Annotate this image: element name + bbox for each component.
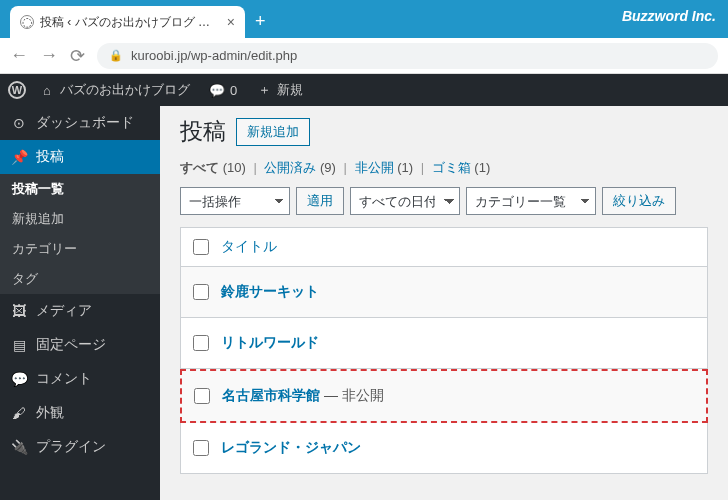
add-new-button[interactable]: 新規追加 <box>236 118 310 146</box>
sidebar-item-pages[interactable]: ▤固定ページ <box>0 328 160 362</box>
sidebar-item-media[interactable]: 🖾メディア <box>0 294 160 328</box>
sidebar-item-dashboard[interactable]: ⊙ダッシュボード <box>0 106 160 140</box>
lock-icon: 🔒 <box>109 49 123 62</box>
url-field[interactable]: 🔒 kuroobi.jp/wp-admin/edit.php <box>97 43 718 69</box>
pin-icon: 📌 <box>10 149 28 165</box>
filter-private[interactable]: 非公開 <box>355 160 394 175</box>
column-title[interactable]: タイトル <box>221 238 277 256</box>
sidebar-item-comments[interactable]: 💬コメント <box>0 362 160 396</box>
submenu-tags[interactable]: タグ <box>0 264 160 294</box>
bulk-action-select[interactable]: 一括操作 <box>180 187 290 215</box>
table-row: リトルワールド <box>180 318 708 369</box>
company-label: Buzzword Inc. <box>622 8 716 24</box>
url-bar: ← → ⟳ 🔒 kuroobi.jp/wp-admin/edit.php <box>0 38 728 74</box>
row-checkbox[interactable] <box>193 284 209 300</box>
table-row-highlighted: 名古屋市科学館 — 非公開 <box>180 369 708 423</box>
url-text: kuroobi.jp/wp-admin/edit.php <box>131 48 297 63</box>
row-checkbox[interactable] <box>194 388 210 404</box>
post-link[interactable]: レゴランド・ジャパン <box>221 439 361 457</box>
content-area: 投稿 新規追加 すべて (10) | 公開済み (9) | 非公開 (1) | … <box>160 106 728 500</box>
table-row: 鈴鹿サーキット <box>180 267 708 318</box>
status-filters: すべて (10) | 公開済み (9) | 非公開 (1) | ゴミ箱 (1) <box>180 159 708 177</box>
globe-icon: ◌ <box>20 15 34 29</box>
sidebar-item-posts[interactable]: 📌投稿 <box>0 140 160 174</box>
browser-tab-bar: ◌ 投稿 ‹ バズのお出かけブログ — Wor × + Buzzword Inc… <box>0 0 728 38</box>
submenu-new[interactable]: 新規追加 <box>0 204 160 234</box>
page-title: 投稿 <box>180 116 226 147</box>
filter-published[interactable]: 公開済み <box>264 160 316 175</box>
comments-link[interactable]: 💬 0 <box>202 83 243 98</box>
new-link[interactable]: ＋ 新規 <box>249 81 309 99</box>
close-icon[interactable]: × <box>227 14 235 30</box>
reload-icon[interactable]: ⟳ <box>70 45 85 67</box>
dashboard-icon: ⊙ <box>10 115 28 131</box>
table-row: レゴランド・ジャパン <box>180 423 708 474</box>
tab-title: 投稿 ‹ バズのお出かけブログ — Wor <box>40 14 221 31</box>
sidebar-item-appearance[interactable]: 🖌外観 <box>0 396 160 430</box>
status-badge: — 非公開 <box>320 387 384 403</box>
comment-icon: 💬 <box>10 371 28 387</box>
back-icon[interactable]: ← <box>10 45 28 66</box>
admin-sidebar: ⊙ダッシュボード 📌投稿 投稿一覧 新規追加 カテゴリー タグ 🖾メディア ▤固… <box>0 106 160 500</box>
post-link[interactable]: 名古屋市科学館 <box>222 387 320 403</box>
apply-button[interactable]: 適用 <box>296 187 344 215</box>
category-filter-select[interactable]: カテゴリー一覧 <box>466 187 596 215</box>
submenu-posts-list[interactable]: 投稿一覧 <box>0 174 160 204</box>
table-header: タイトル <box>180 227 708 267</box>
plus-icon: ＋ <box>255 81 273 99</box>
date-filter-select[interactable]: すべての日付 <box>350 187 460 215</box>
new-tab-button[interactable]: + <box>255 11 266 32</box>
brush-icon: 🖌 <box>10 405 28 421</box>
plugin-icon: 🔌 <box>10 439 28 455</box>
media-icon: 🖾 <box>10 303 28 319</box>
wordpress-icon[interactable]: W <box>8 81 26 99</box>
row-checkbox[interactable] <box>193 440 209 456</box>
forward-icon[interactable]: → <box>40 45 58 66</box>
post-link[interactable]: リトルワールド <box>221 334 319 352</box>
comment-icon: 💬 <box>208 83 226 98</box>
filter-button[interactable]: 絞り込み <box>602 187 676 215</box>
submenu-categories[interactable]: カテゴリー <box>0 234 160 264</box>
post-link[interactable]: 鈴鹿サーキット <box>221 283 319 301</box>
row-checkbox[interactable] <box>193 335 209 351</box>
sidebar-submenu: 投稿一覧 新規追加 カテゴリー タグ <box>0 174 160 294</box>
home-icon: ⌂ <box>38 83 56 98</box>
site-link[interactable]: ⌂ バズのお出かけブログ <box>32 81 196 99</box>
sidebar-item-plugins[interactable]: 🔌プラグイン <box>0 430 160 464</box>
browser-tab[interactable]: ◌ 投稿 ‹ バズのお出かけブログ — Wor × <box>10 6 245 38</box>
page-icon: ▤ <box>10 337 28 353</box>
filter-trash[interactable]: ゴミ箱 <box>432 160 471 175</box>
select-all-checkbox[interactable] <box>193 239 209 255</box>
wp-admin-bar: W ⌂ バズのお出かけブログ 💬 0 ＋ 新規 <box>0 74 728 106</box>
